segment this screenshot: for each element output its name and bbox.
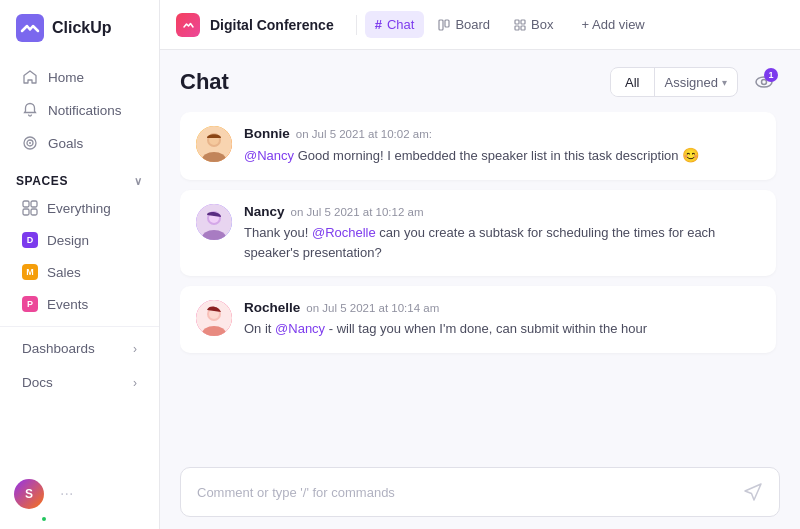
nancy-avatar-img	[196, 204, 232, 240]
project-icon	[176, 13, 200, 37]
logo-text: ClickUp	[52, 19, 112, 37]
sidebar-item-goals[interactable]: Goals	[6, 127, 153, 159]
project-info: Digital Conference	[176, 13, 342, 37]
message-card: Bonnie on Jul 5 2021 at 10:02 am: @Nancy…	[180, 112, 776, 180]
avatar-rochelle	[196, 300, 232, 336]
chat-tab-hash: #	[375, 17, 382, 32]
tab-chat[interactable]: # Chat	[365, 11, 425, 38]
sidebar-item-home[interactable]: Home	[6, 61, 153, 93]
sidebar-item-events[interactable]: P Events	[6, 289, 153, 319]
user-avatar: S	[14, 479, 44, 509]
sidebar-item-notifications[interactable]: Notifications	[6, 94, 153, 126]
filter-all-button[interactable]: All	[611, 69, 653, 96]
message-content: Bonnie on Jul 5 2021 at 10:02 am: @Nancy…	[244, 126, 760, 166]
svg-rect-5	[31, 201, 37, 207]
spaces-label: Spaces	[16, 174, 68, 188]
target-icon	[22, 135, 38, 151]
main-content: Digital Conference # Chat Board Box	[160, 0, 800, 529]
message-card: Nancy on Jul 5 2021 at 10:12 am Thank yo…	[180, 190, 776, 276]
message-text: Thank you! @Rochelle can you create a su…	[244, 223, 760, 262]
watch-badge: 1	[764, 68, 778, 82]
project-name: Digital Conference	[210, 17, 334, 33]
message-time: on Jul 5 2021 at 10:14 am	[306, 302, 439, 314]
dashboards-label: Dashboards	[22, 341, 95, 356]
design-label: Design	[47, 233, 89, 248]
svg-rect-9	[445, 20, 449, 27]
sidebar-item-design[interactable]: D Design	[6, 225, 153, 255]
tab-board[interactable]: Board	[428, 11, 500, 38]
everything-label: Everything	[47, 201, 111, 216]
svg-rect-12	[515, 26, 519, 30]
message-time: on Jul 5 2021 at 10:02 am:	[296, 128, 432, 140]
avatar-bonnie	[196, 126, 232, 162]
mention-rochelle: @Rochelle	[312, 225, 376, 240]
sales-dot: M	[22, 264, 38, 280]
rochelle-avatar-img	[196, 300, 232, 336]
events-label: Events	[47, 297, 88, 312]
sidebar-item-dashboards[interactable]: Dashboards ›	[6, 332, 153, 365]
topbar: Digital Conference # Chat Board Box	[160, 0, 800, 50]
message-content: Nancy on Jul 5 2021 at 10:12 am Thank yo…	[244, 204, 760, 262]
filter-assigned-button[interactable]: Assigned ▾	[655, 69, 737, 96]
svg-rect-7	[31, 209, 37, 215]
svg-rect-13	[521, 26, 525, 30]
svg-rect-10	[515, 20, 519, 24]
bonnie-avatar-img	[196, 126, 232, 162]
message-card: Rochelle on Jul 5 2021 at 10:14 am On it…	[180, 286, 776, 353]
sidebar-item-everything[interactable]: Everything	[6, 193, 153, 223]
message-header: Bonnie on Jul 5 2021 at 10:02 am:	[244, 126, 760, 141]
comment-input-box[interactable]: Comment or type '/' for commands	[180, 467, 780, 517]
message-author: Bonnie	[244, 126, 290, 141]
user-initial: S	[25, 487, 33, 501]
message-author: Rochelle	[244, 300, 300, 315]
send-icon	[743, 482, 763, 502]
sidebar: ClickUp Home Notifications Goals Space	[0, 0, 160, 529]
comment-placeholder: Comment or type '/' for commands	[197, 485, 395, 500]
svg-point-3	[29, 142, 31, 144]
message-header: Rochelle on Jul 5 2021 at 10:14 am	[244, 300, 760, 315]
topbar-divider	[356, 15, 357, 35]
chat-header: Chat All Assigned ▾ 1	[180, 66, 780, 98]
board-icon	[438, 19, 450, 31]
add-view-button[interactable]: + Add view	[572, 11, 655, 38]
filter-group: All Assigned ▾	[610, 67, 738, 97]
svg-rect-4	[23, 201, 29, 207]
tab-box[interactable]: Box	[504, 11, 563, 38]
sales-label: Sales	[47, 265, 81, 280]
svg-rect-6	[23, 209, 29, 215]
chat-area: Chat All Assigned ▾ 1	[160, 50, 800, 529]
chat-tab-label: Chat	[387, 17, 414, 32]
bell-icon	[22, 102, 38, 118]
avatar-nancy	[196, 204, 232, 240]
mention-nancy: @Nancy	[244, 148, 294, 163]
docs-label: Docs	[22, 375, 53, 390]
messages-list: Bonnie on Jul 5 2021 at 10:02 am: @Nancy…	[180, 112, 780, 455]
everything-icon	[22, 200, 38, 216]
mention-nancy-2: @Nancy	[275, 321, 325, 336]
design-dot: D	[22, 232, 38, 248]
chat-title: Chat	[180, 69, 229, 95]
sidebar-nav: Home Notifications Goals	[0, 56, 159, 164]
box-tab-label: Box	[531, 17, 553, 32]
box-icon	[514, 19, 526, 31]
user-more-icon: ···	[60, 485, 73, 503]
docs-chevron-icon: ›	[133, 376, 137, 390]
events-dot: P	[22, 296, 38, 312]
message-text: @Nancy Good morning! I embedded the spea…	[244, 145, 760, 166]
watch-button[interactable]: 1	[748, 66, 780, 98]
user-profile[interactable]: S ···	[0, 469, 159, 519]
message-author: Nancy	[244, 204, 285, 219]
sidebar-item-sales[interactable]: M Sales	[6, 257, 153, 287]
clickup-logo-icon	[16, 14, 44, 42]
notifications-label: Notifications	[48, 103, 122, 118]
goals-label: Goals	[48, 136, 83, 151]
user-status-dot	[40, 515, 48, 523]
home-label: Home	[48, 70, 84, 85]
logo[interactable]: ClickUp	[0, 0, 159, 56]
add-view-label: + Add view	[582, 17, 645, 32]
sidebar-item-docs[interactable]: Docs ›	[6, 366, 153, 399]
sidebar-footer: Dashboards › Docs ›	[0, 326, 159, 400]
spaces-chevron-icon[interactable]: ∨	[134, 175, 143, 188]
chat-header-right: All Assigned ▾ 1	[610, 66, 780, 98]
board-tab-label: Board	[455, 17, 490, 32]
